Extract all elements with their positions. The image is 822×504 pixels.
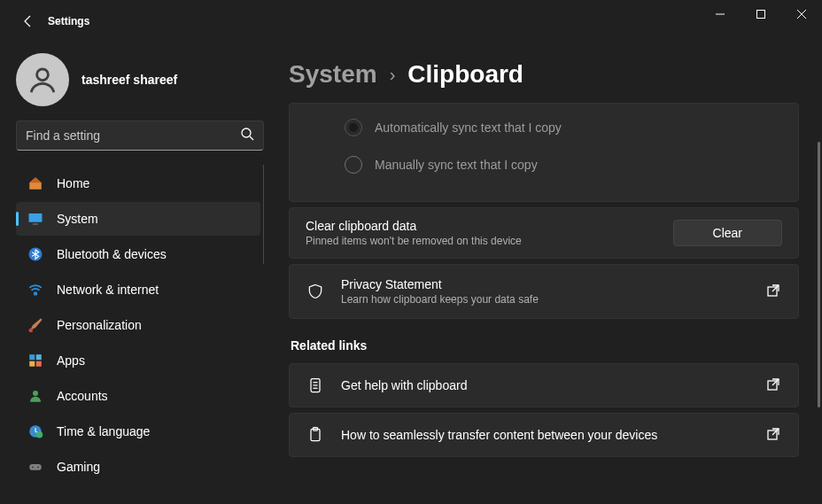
shield-icon (306, 283, 325, 300)
home-icon (27, 174, 44, 192)
clock-icon (27, 423, 44, 440)
app-title: Settings (48, 15, 89, 27)
svg-point-9 (29, 329, 34, 333)
chevron-right-icon: › (390, 65, 396, 85)
sidebar-item-home[interactable]: Home (16, 167, 260, 200)
svg-rect-6 (33, 223, 38, 225)
sidebar: tashreef shareef Home System (0, 43, 266, 504)
sync-option-label: Automatically sync text that I copy (375, 120, 562, 135)
sidebar-item-accounts[interactable]: Accounts (16, 379, 260, 413)
sync-option-auto[interactable]: Automatically sync text that I copy (345, 109, 780, 146)
sidebar-item-apps[interactable]: Apps (16, 344, 260, 377)
search-icon (240, 127, 254, 144)
sidebar-item-personalization[interactable]: Personalization (16, 308, 260, 342)
privacy-statement-card[interactable]: Privacy Statement Learn how clipboard ke… (289, 264, 799, 319)
window-controls (700, 0, 822, 28)
content-area: System › Clipboard Automatically sync te… (266, 43, 822, 504)
avatar (16, 53, 69, 106)
document-icon (306, 376, 325, 394)
howto-title: How to seamlessly transfer content betwe… (341, 428, 750, 442)
sync-options-card: Automatically sync text that I copy Manu… (289, 103, 799, 202)
close-button[interactable] (781, 0, 822, 28)
breadcrumb: System › Clipboard (289, 60, 799, 89)
external-link-icon (766, 427, 782, 443)
svg-rect-12 (29, 361, 35, 367)
clear-title: Clear clipboard data (306, 219, 522, 233)
scrollbar[interactable] (818, 142, 820, 407)
system-icon (27, 210, 44, 228)
sidebar-item-label: Home (57, 176, 89, 190)
gamepad-icon (27, 458, 44, 476)
svg-point-18 (32, 466, 34, 468)
clear-clipboard-card: Clear clipboard data Pinned items won't … (289, 207, 799, 259)
get-help-card[interactable]: Get help with clipboard (289, 363, 799, 407)
titlebar: Settings (0, 0, 822, 43)
clipboard-icon (306, 426, 325, 444)
svg-rect-1 (757, 11, 765, 19)
sidebar-item-label: Apps (57, 353, 85, 368)
sidebar-item-label: System (57, 212, 98, 226)
privacy-subtitle: Learn how clipboard keeps your data safe (341, 293, 750, 306)
sidebar-item-system[interactable]: System (16, 202, 260, 236)
sidebar-item-time[interactable]: Time & language (16, 415, 260, 448)
sidebar-item-label: Bluetooth & devices (57, 247, 167, 261)
user-name: tashreef shareef (81, 73, 177, 87)
user-profile[interactable]: tashreef shareef (16, 53, 266, 106)
sync-option-label: Manually sync text that I copy (375, 158, 538, 172)
accounts-icon (27, 387, 44, 405)
sidebar-item-label: Gaming (57, 460, 100, 474)
sync-option-manual[interactable]: Manually sync text that I copy (345, 146, 780, 183)
brush-icon (27, 316, 44, 334)
maximize-button[interactable] (741, 0, 781, 28)
svg-rect-10 (29, 354, 35, 360)
search-input[interactable] (26, 128, 240, 143)
svg-point-3 (242, 128, 251, 137)
sidebar-item-label: Time & language (57, 424, 150, 438)
svg-point-19 (37, 466, 39, 468)
sidebar-item-network[interactable]: Network & internet (16, 273, 260, 306)
clear-button[interactable]: Clear (673, 220, 782, 246)
privacy-title: Privacy Statement (341, 277, 750, 291)
clear-subtitle: Pinned items won't be removed on this de… (306, 235, 522, 247)
howto-transfer-card[interactable]: How to seamlessly transfer content betwe… (289, 413, 799, 457)
apps-icon (27, 352, 44, 369)
bluetooth-icon (27, 245, 44, 263)
sidebar-item-gaming[interactable]: Gaming (16, 450, 260, 484)
sidebar-item-label: Network & internet (57, 283, 159, 297)
related-links-heading: Related links (291, 338, 799, 353)
breadcrumb-current: Clipboard (407, 60, 523, 89)
external-link-icon (766, 377, 782, 393)
get-help-title: Get help with clipboard (341, 378, 750, 392)
wifi-icon (27, 281, 44, 299)
nav-divider (263, 165, 264, 264)
sidebar-item-label: Accounts (57, 389, 108, 403)
radio-selected-icon[interactable] (345, 119, 362, 136)
svg-point-8 (35, 292, 37, 295)
svg-line-4 (250, 136, 253, 140)
search-box[interactable] (16, 120, 264, 151)
sidebar-item-bluetooth[interactable]: Bluetooth & devices (16, 237, 260, 271)
external-link-icon (766, 283, 782, 299)
svg-rect-13 (36, 361, 42, 367)
radio-icon[interactable] (345, 156, 362, 174)
svg-rect-17 (29, 464, 42, 470)
svg-rect-11 (36, 354, 42, 360)
breadcrumb-parent[interactable]: System (289, 60, 377, 89)
minimize-button[interactable] (700, 0, 741, 28)
back-button[interactable] (16, 9, 41, 34)
sidebar-item-label: Personalization (57, 318, 142, 332)
nav-list: Home System Bluetooth & devices Network … (16, 167, 266, 484)
svg-point-16 (36, 431, 43, 438)
svg-point-14 (33, 391, 38, 396)
svg-point-2 (37, 69, 49, 81)
svg-rect-5 (29, 213, 43, 222)
